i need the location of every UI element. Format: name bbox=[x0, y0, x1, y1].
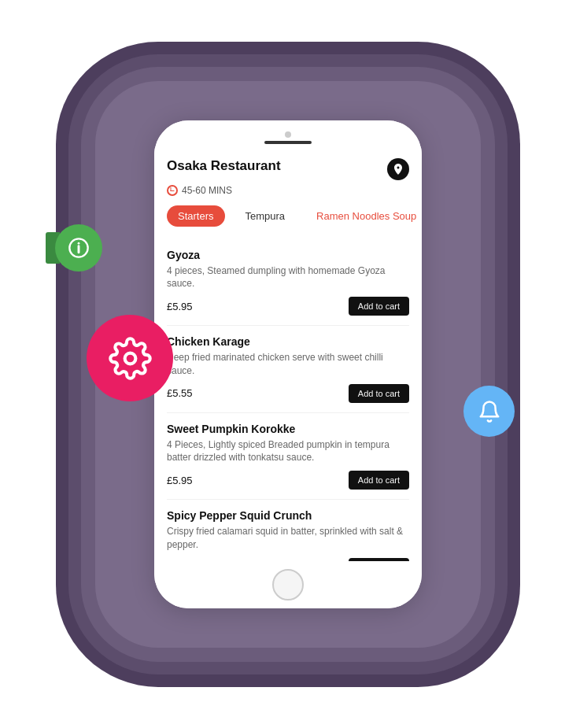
item-desc-chicken: Deep fried marinated chicken serve with … bbox=[167, 351, 409, 378]
location-icon[interactable] bbox=[387, 158, 409, 180]
phone-bottom bbox=[154, 561, 422, 608]
item-name-pumpkin: Sweet Pumpkin Korokke bbox=[167, 423, 409, 435]
restaurant-name: Osaka Restaurant bbox=[167, 158, 281, 174]
phone-screen[interactable]: Osaka Restaurant 45-60 MINS Starters Tem… bbox=[154, 149, 422, 566]
menu-item-gyoza: Gyoza 4 pieces, Steamed dumpling with ho… bbox=[167, 239, 409, 327]
item-footer-pumpkin: £5.95 Add to cart bbox=[167, 471, 409, 490]
item-name-gyoza: Gyoza bbox=[167, 249, 409, 261]
speaker-bar bbox=[264, 141, 312, 144]
gear-badge[interactable] bbox=[87, 315, 173, 401]
tab-starters[interactable]: Starters bbox=[167, 205, 225, 227]
category-tabs: Starters Tempura Ramen Noodles Soup bbox=[167, 205, 409, 227]
bell-badge[interactable] bbox=[463, 386, 515, 437]
home-button[interactable] bbox=[272, 569, 304, 601]
tab-tempura[interactable]: Tempura bbox=[234, 205, 297, 227]
tab-ramen[interactable]: Ramen Noodles Soup bbox=[305, 205, 422, 227]
restaurant-header: Osaka Restaurant bbox=[167, 149, 409, 185]
item-desc-squid: Crispy fried calamari squid in batter, s… bbox=[167, 525, 409, 552]
phone: Osaka Restaurant 45-60 MINS Starters Tem… bbox=[154, 120, 422, 608]
item-price-chicken: £5.55 bbox=[167, 387, 193, 399]
delivery-time: 45-60 MINS bbox=[167, 185, 409, 196]
camera-dot bbox=[285, 131, 291, 138]
scene: Osaka Restaurant 45-60 MINS Starters Tem… bbox=[0, 0, 576, 728]
item-desc-gyoza: 4 pieces, Steamed dumpling with homemade… bbox=[167, 264, 409, 291]
item-footer-chicken: £5.55 Add to cart bbox=[167, 384, 409, 403]
item-name-squid: Spicy Pepper Squid Crunch bbox=[167, 509, 409, 522]
delivery-time-label: 45-60 MINS bbox=[182, 185, 232, 196]
item-desc-pumpkin: 4 Pieces, Lightly spiced Breaded pumpkin… bbox=[167, 438, 409, 465]
add-to-cart-chicken[interactable]: Add to cart bbox=[349, 384, 409, 403]
menu-item-chicken: Chicken Karage Deep fried marinated chic… bbox=[167, 326, 409, 413]
clock-icon bbox=[167, 185, 178, 196]
add-to-cart-gyoza[interactable]: Add to cart bbox=[349, 297, 409, 316]
item-name-chicken: Chicken Karage bbox=[167, 335, 409, 348]
menu-item-squid: Spicy Pepper Squid Crunch Crispy fried c… bbox=[167, 500, 409, 565]
phone-top bbox=[154, 120, 422, 149]
info-badge[interactable] bbox=[55, 224, 102, 272]
item-price-gyoza: £5.95 bbox=[167, 301, 193, 312]
item-footer-gyoza: £5.95 Add to cart bbox=[167, 297, 409, 316]
svg-point-2 bbox=[78, 242, 80, 245]
add-to-cart-pumpkin[interactable]: Add to cart bbox=[349, 471, 409, 490]
item-price-pumpkin: £5.95 bbox=[167, 475, 193, 486]
menu-item-pumpkin: Sweet Pumpkin Korokke 4 Pieces, Lightly … bbox=[167, 413, 409, 501]
